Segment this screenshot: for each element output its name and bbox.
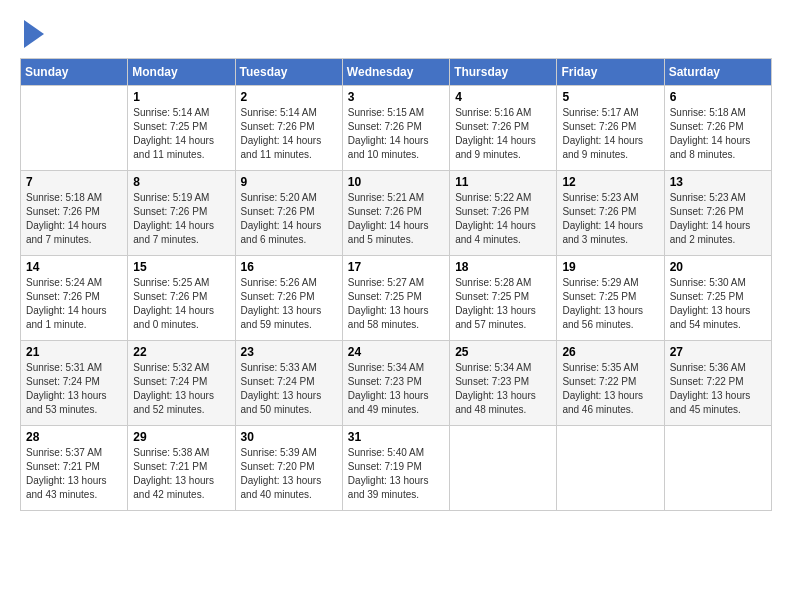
day-number: 21 [26,345,122,359]
calendar-header-tuesday: Tuesday [235,59,342,86]
day-info: Sunrise: 5:17 AMSunset: 7:26 PMDaylight:… [562,106,658,162]
calendar-week-1: 1Sunrise: 5:14 AMSunset: 7:25 PMDaylight… [21,86,772,171]
day-info: Sunrise: 5:37 AMSunset: 7:21 PMDaylight:… [26,446,122,502]
calendar-header-thursday: Thursday [450,59,557,86]
day-number: 5 [562,90,658,104]
day-number: 25 [455,345,551,359]
day-number: 12 [562,175,658,189]
day-number: 18 [455,260,551,274]
day-info: Sunrise: 5:22 AMSunset: 7:26 PMDaylight:… [455,191,551,247]
calendar-cell: 14Sunrise: 5:24 AMSunset: 7:26 PMDayligh… [21,256,128,341]
day-number: 29 [133,430,229,444]
day-info: Sunrise: 5:29 AMSunset: 7:25 PMDaylight:… [562,276,658,332]
day-number: 4 [455,90,551,104]
calendar-week-3: 14Sunrise: 5:24 AMSunset: 7:26 PMDayligh… [21,256,772,341]
calendar-cell: 10Sunrise: 5:21 AMSunset: 7:26 PMDayligh… [342,171,449,256]
calendar-cell: 9Sunrise: 5:20 AMSunset: 7:26 PMDaylight… [235,171,342,256]
day-info: Sunrise: 5:27 AMSunset: 7:25 PMDaylight:… [348,276,444,332]
calendar-week-5: 28Sunrise: 5:37 AMSunset: 7:21 PMDayligh… [21,426,772,511]
day-info: Sunrise: 5:24 AMSunset: 7:26 PMDaylight:… [26,276,122,332]
day-number: 23 [241,345,337,359]
day-info: Sunrise: 5:15 AMSunset: 7:26 PMDaylight:… [348,106,444,162]
day-number: 14 [26,260,122,274]
logo [20,20,44,48]
calendar-cell: 6Sunrise: 5:18 AMSunset: 7:26 PMDaylight… [664,86,771,171]
calendar-cell: 13Sunrise: 5:23 AMSunset: 7:26 PMDayligh… [664,171,771,256]
day-info: Sunrise: 5:28 AMSunset: 7:25 PMDaylight:… [455,276,551,332]
calendar-header-friday: Friday [557,59,664,86]
day-info: Sunrise: 5:33 AMSunset: 7:24 PMDaylight:… [241,361,337,417]
day-number: 30 [241,430,337,444]
calendar-cell: 15Sunrise: 5:25 AMSunset: 7:26 PMDayligh… [128,256,235,341]
day-info: Sunrise: 5:19 AMSunset: 7:26 PMDaylight:… [133,191,229,247]
calendar-cell: 29Sunrise: 5:38 AMSunset: 7:21 PMDayligh… [128,426,235,511]
calendar-cell: 19Sunrise: 5:29 AMSunset: 7:25 PMDayligh… [557,256,664,341]
calendar-cell: 8Sunrise: 5:19 AMSunset: 7:26 PMDaylight… [128,171,235,256]
day-info: Sunrise: 5:23 AMSunset: 7:26 PMDaylight:… [670,191,766,247]
day-info: Sunrise: 5:30 AMSunset: 7:25 PMDaylight:… [670,276,766,332]
calendar-cell: 1Sunrise: 5:14 AMSunset: 7:25 PMDaylight… [128,86,235,171]
day-info: Sunrise: 5:14 AMSunset: 7:26 PMDaylight:… [241,106,337,162]
calendar-cell: 28Sunrise: 5:37 AMSunset: 7:21 PMDayligh… [21,426,128,511]
calendar-cell: 26Sunrise: 5:35 AMSunset: 7:22 PMDayligh… [557,341,664,426]
day-number: 13 [670,175,766,189]
day-number: 28 [26,430,122,444]
calendar-cell: 12Sunrise: 5:23 AMSunset: 7:26 PMDayligh… [557,171,664,256]
day-info: Sunrise: 5:20 AMSunset: 7:26 PMDaylight:… [241,191,337,247]
day-info: Sunrise: 5:32 AMSunset: 7:24 PMDaylight:… [133,361,229,417]
day-info: Sunrise: 5:40 AMSunset: 7:19 PMDaylight:… [348,446,444,502]
day-number: 19 [562,260,658,274]
day-number: 1 [133,90,229,104]
calendar-cell: 31Sunrise: 5:40 AMSunset: 7:19 PMDayligh… [342,426,449,511]
day-info: Sunrise: 5:14 AMSunset: 7:25 PMDaylight:… [133,106,229,162]
day-info: Sunrise: 5:16 AMSunset: 7:26 PMDaylight:… [455,106,551,162]
calendar-cell [557,426,664,511]
day-info: Sunrise: 5:25 AMSunset: 7:26 PMDaylight:… [133,276,229,332]
calendar-cell: 23Sunrise: 5:33 AMSunset: 7:24 PMDayligh… [235,341,342,426]
day-number: 20 [670,260,766,274]
day-info: Sunrise: 5:18 AMSunset: 7:26 PMDaylight:… [26,191,122,247]
calendar-cell: 4Sunrise: 5:16 AMSunset: 7:26 PMDaylight… [450,86,557,171]
day-info: Sunrise: 5:26 AMSunset: 7:26 PMDaylight:… [241,276,337,332]
day-number: 26 [562,345,658,359]
day-number: 31 [348,430,444,444]
day-number: 6 [670,90,766,104]
day-number: 7 [26,175,122,189]
calendar-cell: 11Sunrise: 5:22 AMSunset: 7:26 PMDayligh… [450,171,557,256]
day-info: Sunrise: 5:35 AMSunset: 7:22 PMDaylight:… [562,361,658,417]
calendar-cell: 17Sunrise: 5:27 AMSunset: 7:25 PMDayligh… [342,256,449,341]
calendar-cell: 7Sunrise: 5:18 AMSunset: 7:26 PMDaylight… [21,171,128,256]
calendar-cell: 5Sunrise: 5:17 AMSunset: 7:26 PMDaylight… [557,86,664,171]
calendar-cell: 16Sunrise: 5:26 AMSunset: 7:26 PMDayligh… [235,256,342,341]
calendar-cell: 24Sunrise: 5:34 AMSunset: 7:23 PMDayligh… [342,341,449,426]
calendar-cell: 21Sunrise: 5:31 AMSunset: 7:24 PMDayligh… [21,341,128,426]
day-info: Sunrise: 5:34 AMSunset: 7:23 PMDaylight:… [348,361,444,417]
day-number: 22 [133,345,229,359]
calendar-header-saturday: Saturday [664,59,771,86]
day-number: 27 [670,345,766,359]
day-info: Sunrise: 5:31 AMSunset: 7:24 PMDaylight:… [26,361,122,417]
calendar-cell [664,426,771,511]
day-info: Sunrise: 5:21 AMSunset: 7:26 PMDaylight:… [348,191,444,247]
calendar-week-2: 7Sunrise: 5:18 AMSunset: 7:26 PMDaylight… [21,171,772,256]
calendar-cell [450,426,557,511]
day-number: 16 [241,260,337,274]
calendar-cell [21,86,128,171]
logo-icon [24,20,44,48]
day-number: 2 [241,90,337,104]
day-info: Sunrise: 5:18 AMSunset: 7:26 PMDaylight:… [670,106,766,162]
day-number: 24 [348,345,444,359]
calendar-week-4: 21Sunrise: 5:31 AMSunset: 7:24 PMDayligh… [21,341,772,426]
calendar-header-sunday: Sunday [21,59,128,86]
calendar-cell: 25Sunrise: 5:34 AMSunset: 7:23 PMDayligh… [450,341,557,426]
svg-marker-0 [24,20,44,48]
calendar-cell: 30Sunrise: 5:39 AMSunset: 7:20 PMDayligh… [235,426,342,511]
calendar-cell: 18Sunrise: 5:28 AMSunset: 7:25 PMDayligh… [450,256,557,341]
calendar-cell: 2Sunrise: 5:14 AMSunset: 7:26 PMDaylight… [235,86,342,171]
calendar-cell: 22Sunrise: 5:32 AMSunset: 7:24 PMDayligh… [128,341,235,426]
calendar-cell: 3Sunrise: 5:15 AMSunset: 7:26 PMDaylight… [342,86,449,171]
day-number: 8 [133,175,229,189]
day-number: 9 [241,175,337,189]
calendar-table: SundayMondayTuesdayWednesdayThursdayFrid… [20,58,772,511]
day-number: 15 [133,260,229,274]
